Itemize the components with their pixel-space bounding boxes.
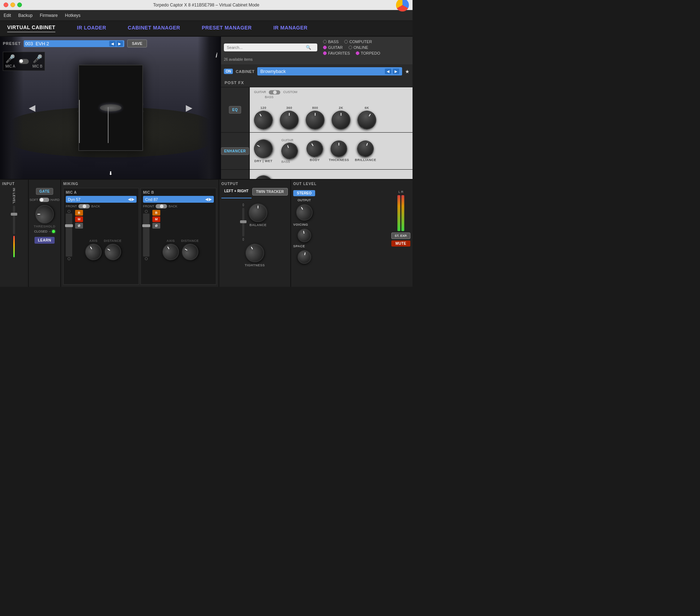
mic-a-next[interactable]: ▶ bbox=[132, 197, 134, 202]
mic-b-distance-container: DISTANCE bbox=[181, 239, 199, 260]
gate-section: GATE GATE SOFT HARD THRESHOLD CLOSED – L… bbox=[29, 180, 61, 287]
enhancer-drywet-dial[interactable] bbox=[250, 136, 276, 161]
postfx-area: POST FX EQ GUITAR CUSTOM BASS bbox=[221, 78, 413, 179]
mic-a-b-button[interactable]: B bbox=[75, 210, 83, 216]
learn-button[interactable]: LEARN bbox=[34, 237, 55, 244]
reverb-drywet-dial[interactable] bbox=[250, 172, 276, 179]
space-dial[interactable] bbox=[296, 249, 312, 265]
mic-a-axis-dial[interactable] bbox=[82, 241, 105, 263]
preset-input[interactable] bbox=[25, 41, 109, 46]
on-badge[interactable]: ON bbox=[224, 69, 233, 74]
voicing-dial[interactable] bbox=[296, 227, 312, 243]
gate-toggle[interactable] bbox=[39, 198, 49, 202]
eq-switch[interactable] bbox=[269, 90, 280, 95]
twin-tracker-button[interactable]: TWIN TRACKER bbox=[252, 188, 288, 196]
filter-computer[interactable]: COMPUTER bbox=[344, 40, 372, 44]
cabinet-prev-button[interactable]: ◀ bbox=[385, 69, 391, 74]
mic-b-fader-thumb[interactable] bbox=[142, 224, 150, 227]
mic-b-prev[interactable]: ◀ bbox=[205, 197, 208, 202]
cabinet-prev-arrow[interactable]: ◀ bbox=[29, 103, 35, 113]
eq-knob-800-dial[interactable] bbox=[306, 111, 324, 129]
enhancer-controls: DRY | WET GUITAR BASS BODY bbox=[250, 133, 413, 169]
speaker-oval bbox=[100, 104, 121, 111]
mic-a-select[interactable]: Dyn 57 ◀ ▶ bbox=[66, 196, 137, 203]
enhancer-guitar-dial[interactable] bbox=[279, 141, 300, 162]
lr-label: L R bbox=[399, 190, 404, 194]
mic-a-front-back-switch[interactable] bbox=[78, 204, 90, 208]
mic-a-m-button[interactable]: M bbox=[75, 216, 83, 222]
mic-b-header: MIC B bbox=[143, 190, 214, 194]
eq-knob-360-dial[interactable] bbox=[280, 111, 299, 129]
filter-online[interactable]: ONLINE bbox=[349, 45, 368, 50]
filter-torpedo[interactable]: TORPEDO bbox=[356, 51, 380, 55]
mic-b-m-button[interactable]: M bbox=[152, 216, 160, 222]
enhancer-button[interactable]: ENHANCER bbox=[221, 147, 249, 155]
preset-next-button[interactable]: ▶ bbox=[116, 41, 123, 46]
mic-b-front-back-switch[interactable] bbox=[156, 204, 167, 208]
input-level-meter bbox=[13, 236, 15, 257]
maximize-button[interactable] bbox=[17, 3, 22, 7]
mic-channels: MIC A Dyn 57 ◀ ▶ FRONT BACK bbox=[63, 188, 216, 285]
filter-guitar[interactable]: GUITAR bbox=[323, 45, 343, 50]
menu-backup[interactable]: Backup bbox=[18, 13, 33, 18]
balance-fader-thumb[interactable] bbox=[240, 220, 247, 223]
save-button[interactable]: SAVE bbox=[127, 40, 147, 47]
gate-button[interactable]: GATE bbox=[36, 188, 53, 195]
eq-button[interactable]: EQ bbox=[229, 106, 241, 114]
search-input[interactable] bbox=[227, 45, 306, 50]
close-button[interactable] bbox=[4, 3, 8, 7]
minimize-button[interactable] bbox=[10, 3, 15, 7]
menu-edit[interactable]: Edit bbox=[4, 13, 11, 18]
tab-ir-manager[interactable]: IR MANAGER bbox=[273, 25, 308, 32]
favorite-star[interactable]: ★ bbox=[405, 69, 410, 74]
reverb-controls: DRY | WET ROOM AMBIENCE bbox=[250, 170, 413, 179]
threshold-dial[interactable] bbox=[35, 205, 54, 224]
mic-b-phase-button[interactable]: Ø bbox=[152, 223, 160, 229]
mic-down-button[interactable]: ⬇ bbox=[109, 170, 113, 176]
info-button[interactable]: i bbox=[216, 52, 217, 59]
st-exp-button[interactable]: ST. EXP. bbox=[391, 233, 410, 239]
tightness-dial[interactable] bbox=[242, 240, 267, 266]
navtabs: VIRTUAL CABINET IR LOADER CABINET MANAGE… bbox=[0, 21, 413, 37]
tab-cabinet-manager[interactable]: CABINET MANAGER bbox=[128, 25, 180, 32]
eq-knob-6k-dial[interactable] bbox=[354, 107, 379, 133]
tab-preset-manager[interactable]: PRESET MANAGER bbox=[202, 25, 252, 32]
cabinet-selector: ON CABINET Brownyback ◀ ▶ ★ bbox=[221, 64, 413, 78]
filter-favorites[interactable]: FAVORITES bbox=[323, 51, 350, 55]
balance-dial[interactable] bbox=[249, 203, 267, 222]
mute-button[interactable]: MUTE bbox=[391, 240, 410, 247]
enhancer-body-dial[interactable] bbox=[304, 137, 326, 160]
eq-knob-120-dial[interactable] bbox=[250, 107, 276, 133]
filter-bass[interactable]: BASS bbox=[323, 40, 339, 44]
mic-a-prev[interactable]: ◀ bbox=[128, 197, 131, 202]
menu-hotkeys[interactable]: Hotkeys bbox=[65, 13, 80, 18]
mic-a-distance-dial[interactable] bbox=[101, 241, 124, 263]
tab-left-right[interactable]: LEFT + RIGHT bbox=[221, 188, 252, 198]
gate-led bbox=[52, 230, 55, 233]
mic-b-next[interactable]: ▶ bbox=[209, 197, 212, 202]
menu-firmware[interactable]: Firmware bbox=[40, 13, 58, 18]
cabinet-next-button[interactable]: ▶ bbox=[393, 69, 399, 74]
tab-ir-loader[interactable]: IR LOADER bbox=[77, 25, 106, 32]
output-level-dial[interactable] bbox=[293, 201, 316, 224]
enhancer-brilliance-dial[interactable] bbox=[355, 138, 376, 159]
mic-b-select[interactable]: Cnd 87 ◀ ▶ bbox=[143, 196, 214, 203]
enhancer-thickness-dial[interactable] bbox=[331, 141, 347, 157]
mic-a-fader-thumb[interactable] bbox=[65, 224, 73, 227]
mic-a-phase-button[interactable]: Ø bbox=[75, 223, 83, 229]
in-level-fader-thumb[interactable] bbox=[11, 213, 17, 216]
preset-label: PRESET bbox=[3, 41, 21, 46]
mic-b-distance-dial[interactable] bbox=[179, 241, 201, 263]
eq-knob-2k-dial[interactable] bbox=[332, 111, 350, 129]
preset-prev-button[interactable]: ◀ bbox=[109, 41, 116, 46]
mic-a-fader-area: B M Ø bbox=[66, 210, 83, 260]
tab-virtual-cabinet[interactable]: VIRTUAL CABINET bbox=[7, 24, 55, 32]
titlebar: Torpedo Captor X 8 #11B5E798 – Virtual C… bbox=[0, 0, 413, 10]
mic-b-axis-dial[interactable] bbox=[160, 241, 182, 263]
cabinet-next-arrow[interactable]: ▶ bbox=[186, 103, 192, 113]
mic-a-channel: MIC A Dyn 57 ◀ ▶ FRONT BACK bbox=[63, 188, 139, 285]
mic-toggle[interactable] bbox=[19, 59, 29, 64]
mic-a-distance-label: DISTANCE bbox=[104, 239, 121, 243]
mic-b-b-button[interactable]: B bbox=[152, 210, 160, 216]
stereo-button[interactable]: STEREO bbox=[293, 190, 315, 196]
